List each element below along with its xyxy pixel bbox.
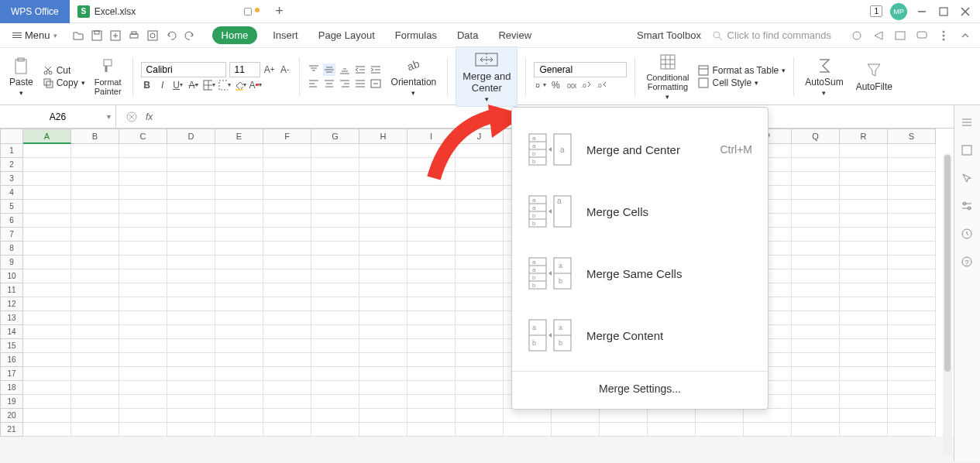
cell[interactable]: [792, 409, 840, 423]
cell[interactable]: [263, 228, 311, 242]
cell[interactable]: [696, 409, 744, 423]
cell[interactable]: [215, 242, 263, 256]
cell[interactable]: [359, 158, 407, 172]
row-header[interactable]: 9: [0, 256, 23, 269]
row-header[interactable]: 20: [0, 409, 23, 423]
hamburger-sidebar-icon[interactable]: [961, 116, 975, 130]
column-header[interactable]: B: [71, 129, 119, 144]
name-box[interactable]: A26 ▾: [0, 105, 116, 128]
cell[interactable]: [792, 395, 840, 409]
cell[interactable]: [359, 339, 407, 353]
cell[interactable]: [23, 311, 71, 325]
cell[interactable]: [23, 339, 71, 353]
row-header[interactable]: 11: [0, 283, 23, 297]
cell[interactable]: [888, 269, 936, 283]
cell[interactable]: [167, 144, 215, 158]
cell[interactable]: [263, 381, 311, 395]
cell[interactable]: [167, 297, 215, 311]
percent-icon[interactable]: %: [549, 79, 562, 91]
cell[interactable]: [215, 339, 263, 353]
cell[interactable]: [71, 353, 119, 367]
row-header[interactable]: 19: [0, 395, 23, 409]
increase-indent-icon[interactable]: [370, 63, 382, 76]
select-icon[interactable]: [961, 172, 975, 186]
cell[interactable]: [311, 395, 359, 409]
cell[interactable]: [71, 200, 119, 214]
tab-page-layout[interactable]: Page Layout: [314, 26, 380, 44]
cell[interactable]: [263, 367, 311, 381]
cell[interactable]: [23, 214, 71, 228]
cell[interactable]: [71, 242, 119, 256]
cell[interactable]: [23, 325, 71, 339]
cell[interactable]: [456, 409, 504, 423]
cell[interactable]: [888, 256, 936, 269]
cell[interactable]: [311, 144, 359, 158]
cell[interactable]: [840, 144, 888, 158]
number-format-select[interactable]: [534, 62, 627, 77]
cell[interactable]: [311, 381, 359, 395]
chat-icon[interactable]: [915, 29, 929, 43]
grow-font-icon[interactable]: A+: [263, 63, 276, 76]
cell[interactable]: [23, 353, 71, 367]
column-header[interactable]: S: [888, 129, 936, 144]
cell[interactable]: [840, 242, 888, 256]
cell[interactable]: [215, 228, 263, 242]
cell[interactable]: [888, 200, 936, 214]
cell[interactable]: [119, 381, 167, 395]
cell[interactable]: [167, 200, 215, 214]
cell[interactable]: [311, 228, 359, 242]
cell[interactable]: [359, 283, 407, 297]
cell[interactable]: [359, 297, 407, 311]
cell[interactable]: [888, 339, 936, 353]
cell[interactable]: [167, 325, 215, 339]
cell[interactable]: [71, 158, 119, 172]
row-header[interactable]: 8: [0, 242, 23, 256]
cell[interactable]: [456, 325, 504, 339]
cell[interactable]: [792, 186, 840, 200]
cell[interactable]: [311, 297, 359, 311]
cell[interactable]: [263, 269, 311, 283]
tab-formulas[interactable]: Formulas: [390, 26, 442, 44]
print-icon[interactable]: [127, 29, 141, 43]
cell[interactable]: [407, 256, 456, 269]
cell[interactable]: [71, 297, 119, 311]
row-header[interactable]: 21: [0, 423, 23, 437]
open-icon[interactable]: [71, 29, 85, 43]
cell[interactable]: [23, 172, 71, 186]
cell[interactable]: [167, 283, 215, 297]
cell[interactable]: [215, 423, 263, 437]
cell[interactable]: [840, 311, 888, 325]
copy-button[interactable]: Copy▾: [43, 77, 85, 88]
cell[interactable]: [792, 242, 840, 256]
cell[interactable]: [215, 381, 263, 395]
cell[interactable]: [407, 200, 456, 214]
decrease-indent-icon[interactable]: [354, 63, 366, 76]
cell[interactable]: [840, 186, 888, 200]
cell[interactable]: [359, 256, 407, 269]
cell[interactable]: [71, 144, 119, 158]
cell[interactable]: [263, 158, 311, 172]
cell[interactable]: [215, 297, 263, 311]
cell[interactable]: [167, 228, 215, 242]
cell[interactable]: [119, 353, 167, 367]
cell[interactable]: [71, 381, 119, 395]
cell[interactable]: [456, 200, 504, 214]
comma-style-icon[interactable]: 000: [565, 79, 577, 91]
cell[interactable]: [792, 423, 840, 437]
cell[interactable]: [648, 409, 696, 423]
cell[interactable]: [456, 269, 504, 283]
cell[interactable]: [311, 423, 359, 437]
cell[interactable]: [215, 269, 263, 283]
cell[interactable]: [71, 283, 119, 297]
column-header[interactable]: F: [263, 129, 311, 144]
cell[interactable]: [71, 367, 119, 381]
cell[interactable]: [359, 269, 407, 283]
cell[interactable]: [359, 409, 407, 423]
align-bottom-icon[interactable]: [339, 63, 351, 76]
cell[interactable]: [23, 409, 71, 423]
cell[interactable]: [215, 353, 263, 367]
cell-style-icon[interactable]: ▾: [218, 79, 231, 91]
cell[interactable]: [407, 381, 456, 395]
cell[interactable]: [840, 172, 888, 186]
cell[interactable]: [167, 172, 215, 186]
